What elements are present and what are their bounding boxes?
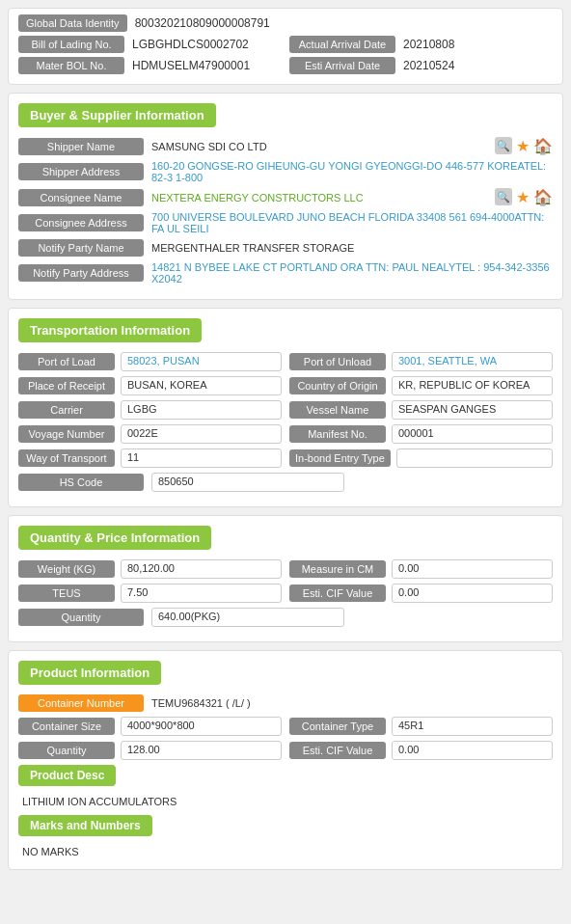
consignee-name-row: Consignee Name NEXTERA ENERGY CONSTRUCTO…: [18, 188, 553, 206]
way-transport-label: Way of Transport: [18, 449, 115, 467]
country-origin-field: Country of Origin KR, REPUBLIC OF KOREA: [289, 376, 553, 395]
consignee-star-icon[interactable]: ★: [516, 188, 530, 206]
product-cif-field: Esti. CIF Value 0.00: [289, 741, 553, 760]
carrier-vessel-row: Carrier LGBG Vessel Name SEASPAN GANGES: [18, 400, 553, 420]
measure-cm-field: Measure in CM 0.00: [289, 559, 553, 579]
gdi-label: Global Data Identity: [18, 14, 127, 32]
consignee-address-label: Consignee Address: [18, 214, 144, 231]
shipper-star-icon[interactable]: ★: [516, 137, 530, 155]
hs-code-value: 850650: [151, 473, 344, 492]
teus-field: TEUS 7.50: [18, 584, 282, 603]
carrier-field: Carrier LGBG: [18, 400, 282, 420]
port-load-unload-row: Port of Load 58023, PUSAN Port of Unload…: [18, 352, 553, 371]
shipper-name-value: SAMSUNG SDI CO LTD: [151, 141, 489, 152]
bol-row: Bill of Lading No. LGBGHDLCS0002702 Actu…: [18, 36, 553, 53]
actual-arrival-label: Actual Arrival Date: [289, 36, 395, 53]
product-desc-value: LITHIUM ION ACCUMULATORS: [18, 794, 553, 809]
bol-field: Bill of Lading No. LGBGHDLCS0002702: [18, 36, 282, 53]
port-unload-value: 3001, SEATTLE, WA: [392, 352, 553, 371]
voyage-field: Voyage Number 0022E: [18, 424, 282, 444]
teus-cif-row: TEUS 7.50 Esti. CIF Value 0.00: [18, 584, 553, 603]
esti-arrival-label: Esti Arrival Date: [289, 57, 395, 74]
voyage-value: 0022E: [121, 424, 282, 444]
country-origin-label: Country of Origin: [289, 377, 386, 394]
actual-arrival-field: Actual Arrival Date 20210808: [289, 36, 553, 53]
transport-inbond-row: Way of Transport 11 In-bond Entry Type: [18, 448, 553, 468]
weight-value: 80,120.00: [121, 559, 282, 579]
gdi-value: 800320210809000008791: [135, 16, 270, 30]
global-section: Global Data Identity 8003202108090000087…: [8, 8, 563, 85]
container-size-type-row: Container Size 4000*900*800 Container Ty…: [18, 717, 553, 736]
esti-cif-value: 0.00: [392, 584, 553, 603]
measure-cm-value: 0.00: [392, 559, 553, 579]
notify-party-value: MERGENTHALER TRANSFER STORAGE: [151, 242, 553, 254]
place-receipt-field: Place of Receipt BUSAN, KOREA: [18, 376, 282, 395]
product-cif-label: Esti. CIF Value: [289, 742, 386, 759]
product-quantity-cif-row: Quantity 128.00 Esti. CIF Value 0.00: [18, 741, 553, 760]
esti-cif-label: Esti. CIF Value: [289, 584, 386, 602]
port-load-label: Port of Load: [18, 353, 115, 370]
quantity-label: Quantity: [18, 609, 144, 626]
bol-value: LGBGHDLCS0002702: [132, 38, 249, 51]
hs-code-label: HS Code: [18, 474, 144, 491]
consignee-address-row: Consignee Address 700 UNIVERSE BOULEVARD…: [18, 211, 553, 234]
mater-bol-field: Mater BOL No. HDMUSELM47900001: [18, 57, 282, 74]
shipper-name-row: Shipper Name SAMSUNG SDI CO LTD 🔍 ★ 🏠: [18, 137, 553, 155]
consignee-address-value: 700 UNIVERSE BOULEVARD JUNO BEACH FLORID…: [151, 211, 553, 234]
mater-bol-label: Mater BOL No.: [18, 57, 124, 74]
teus-label: TEUS: [18, 584, 115, 602]
container-size-label: Container Size: [18, 718, 115, 735]
port-load-value: 58023, PUSAN: [121, 352, 282, 371]
shipper-home-icon[interactable]: 🏠: [533, 137, 553, 155]
esti-arrival-field: Esti Arrival Date 20210524: [289, 57, 553, 74]
carrier-label: Carrier: [18, 401, 115, 419]
place-receipt-value: BUSAN, KOREA: [121, 376, 282, 395]
vessel-name-label: Vessel Name: [289, 401, 386, 419]
consignee-icons: 🔍 ★ 🏠: [495, 188, 553, 206]
container-type-value: 45R1: [392, 717, 553, 736]
product-section: Product Information Container Number TEM…: [8, 650, 563, 870]
transportation-header: Transportation Information: [18, 318, 202, 342]
country-origin-value: KR, REPUBLIC OF KOREA: [392, 376, 553, 395]
notify-party-name-row: Notify Party Name MERGENTHALER TRANSFER …: [18, 239, 553, 257]
weight-label: Weight (KG): [18, 560, 115, 578]
product-header: Product Information: [18, 661, 161, 685]
product-quantity-field: Quantity 128.00: [18, 741, 282, 760]
shipper-search-icon[interactable]: 🔍: [495, 137, 512, 154]
consignee-search-icon[interactable]: 🔍: [495, 188, 512, 205]
consignee-name-label: Consignee Name: [18, 189, 144, 206]
page: Global Data Identity 8003202108090000087…: [0, 0, 571, 885]
way-transport-value: 11: [121, 448, 282, 468]
mater-bol-value: HDMUSELM47900001: [132, 59, 250, 72]
manifest-field: Manifest No. 000001: [289, 424, 553, 444]
product-desc-container: Product Desc: [18, 765, 553, 790]
notify-party-address-row: Notify Party Address 14821 N BYBEE LAKE …: [18, 261, 553, 285]
shipper-address-row: Shipper Address 160-20 GONGSE-RO GIHEUNG…: [18, 160, 553, 183]
buyer-supplier-section: Buyer & Supplier Information Shipper Nam…: [8, 93, 563, 300]
carrier-value: LGBG: [121, 400, 282, 420]
shipper-name-label: Shipper Name: [18, 138, 144, 155]
mater-bol-row: Mater BOL No. HDMUSELM47900001 Esti Arri…: [18, 57, 553, 74]
container-number-value: TEMU9684321 ( /L/ ): [151, 697, 553, 709]
product-desc-button[interactable]: Product Desc: [18, 765, 116, 786]
measure-cm-label: Measure in CM: [289, 560, 386, 578]
notify-party-address-label: Notify Party Address: [18, 264, 144, 282]
actual-arrival-value: 20210808: [403, 38, 454, 51]
receipt-origin-row: Place of Receipt BUSAN, KOREA Country of…: [18, 376, 553, 395]
container-number-row: Container Number TEMU9684321 ( /L/ ): [18, 694, 553, 712]
quantity-price-header: Quantity & Price Information: [18, 526, 211, 550]
container-size-value: 4000*900*800: [121, 717, 282, 736]
container-number-label: Container Number: [18, 694, 144, 712]
consignee-home-icon[interactable]: 🏠: [533, 188, 553, 206]
bol-label: Bill of Lading No.: [18, 36, 124, 53]
shipper-address-label: Shipper Address: [18, 163, 144, 180]
voyage-manifest-row: Voyage Number 0022E Manifest No. 000001: [18, 424, 553, 444]
consignee-name-value: NEXTERA ENERGY CONSTRUCTORS LLC: [151, 192, 489, 204]
quantity-row: Quantity 640.00(PKG): [18, 608, 553, 627]
container-type-label: Container Type: [289, 718, 386, 735]
marks-container: Marks and Numbers: [18, 815, 553, 840]
place-receipt-label: Place of Receipt: [18, 377, 115, 394]
manifest-label: Manifest No.: [289, 425, 386, 443]
vessel-name-value: SEASPAN GANGES: [392, 400, 553, 420]
marks-button[interactable]: Marks and Numbers: [18, 815, 152, 836]
